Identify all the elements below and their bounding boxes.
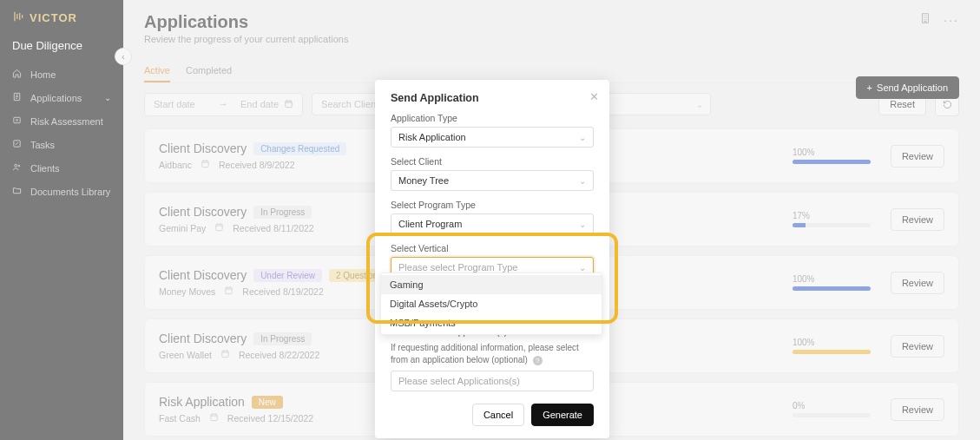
brand-name: VICTOR [30,11,77,24]
svg-rect-10 [226,287,232,293]
calendar-icon [284,99,293,110]
home-icon [12,69,22,80]
dropdown-option[interactable]: MSB/Payments [381,313,602,332]
calendar-icon [201,159,210,170]
svg-point-2 [16,120,18,121]
end-date-placeholder: End date [240,99,279,109]
svg-point-4 [15,164,17,167]
cancel-button[interactable]: Cancel [472,404,524,426]
review-button[interactable]: Review [891,335,944,358]
progress: 0% [793,401,875,417]
progress-percent: 0% [793,401,805,410]
svg-rect-12 [211,414,217,420]
date-range-input[interactable]: Start date → End date [144,93,303,116]
card-title: Client Discovery [159,332,247,345]
client-name: Aidbanc [159,160,192,170]
chevron-down-icon: ⌄ [579,263,586,273]
more-icon[interactable]: ··· [944,13,959,27]
status-badge: In Progress [253,332,312,345]
close-icon: ✕ [589,90,599,103]
label-program-type: Select Program Type [391,200,594,210]
tab-completed[interactable]: Completed [186,60,232,82]
svg-rect-1 [14,117,20,122]
progress: 17% [793,211,875,227]
calendar-icon [214,222,224,233]
select-client[interactable]: Money Tree ⌄ [391,170,594,191]
client-name: Green Wallet [159,350,212,360]
progress: 100% [793,274,875,291]
document-icon [12,92,22,103]
nav-tasks[interactable]: Tasks [0,133,123,156]
progress-percent: 100% [793,274,815,284]
select-app-type[interactable]: Risk Application ⌄ [391,127,594,148]
calendar-icon [209,412,219,424]
nav-home[interactable]: Home [0,62,123,86]
card-title: Client Discovery [159,141,247,155]
chevron-down-icon: ⌄ [104,93,111,102]
received-date: Received 8/22/2022 [239,350,319,360]
nav-applications[interactable]: Applications ⌄ [0,86,123,109]
section-title: Due Diligence [0,34,123,62]
review-button[interactable]: Review [891,145,944,167]
status-select[interactable]: ⌄ [607,93,711,115]
dropdown-option[interactable]: Digital Assets/Crypto [381,294,602,313]
chevron-down-icon: ⌄ [579,220,586,229]
start-date-placeholder: Start date [154,99,195,109]
vertical-dropdown: GamingDigital Assets/CryptoMSB/Payments [380,273,602,335]
send-application-button[interactable]: +Send Application [856,76,959,99]
building-icon[interactable] [919,12,931,27]
client-name: Gemini Pay [159,223,206,233]
nav-risk-assessment[interactable]: Risk Assessment [0,109,123,133]
svg-rect-11 [222,351,228,357]
send-application-modal: Send Application ✕ Application Type Risk… [375,80,609,438]
nav-documents-library[interactable]: Documents Library [0,180,123,203]
label-client: Select Client [391,156,594,167]
users-icon [12,162,22,174]
client-name: Money Moves [159,286,215,297]
status-badge: Under Review [253,269,322,282]
nav-label: Home [30,69,56,80]
svg-rect-7 [286,101,292,107]
card-title: Client Discovery [159,205,247,219]
checklist-icon [12,139,22,150]
progress-percent: 100% [793,338,815,347]
progress: 100% [793,148,875,164]
progress: 100% [793,338,875,354]
calendar-icon [220,349,230,360]
help-icon: ? [533,356,543,365]
svg-rect-8 [202,161,208,167]
review-button[interactable]: Review [891,398,944,421]
select-program-type[interactable]: Client Program ⌄ [391,213,594,234]
label-vertical: Select Vertical [391,243,594,253]
nav-clients[interactable]: Clients [0,156,123,180]
card-title: Risk Application [159,395,245,409]
nav-label: Tasks [30,140,55,150]
arrow-right-icon: → [214,94,232,115]
select-related-applications[interactable]: Please select Applications(s) [391,371,594,391]
progress-percent: 17% [793,211,810,220]
page-title: Applications [144,12,348,32]
brand-logo: VICTOR [0,10,123,34]
related-helper-text: If requesting additional information, pl… [391,342,594,365]
received-date: Received 12/15/2022 [227,413,313,424]
review-button[interactable]: Review [891,208,944,231]
dropdown-option[interactable]: Gaming [381,275,602,294]
progress-percent: 100% [793,148,815,157]
status-badge: In Progress [253,206,312,219]
chevron-down-icon: ⌄ [696,100,703,109]
status-badge: Changes Requested [253,142,346,155]
shield-icon [12,115,22,127]
review-button[interactable]: Review [891,272,944,294]
received-date: Received 8/11/2022 [233,223,313,233]
status-badge: New [252,396,283,409]
svg-point-5 [18,165,20,167]
page-subtitle: Review the progress of your current appl… [144,34,348,44]
nav-label: Clients [30,163,60,174]
modal-close-button[interactable]: ✕ [589,90,599,103]
nav-label: Applications [30,93,82,103]
nav-label: Documents Library [30,187,110,197]
generate-button[interactable]: Generate [531,404,594,426]
nav-label: Risk Assessment [30,116,103,127]
logo-icon [12,10,24,25]
tab-active[interactable]: Active [144,60,170,82]
